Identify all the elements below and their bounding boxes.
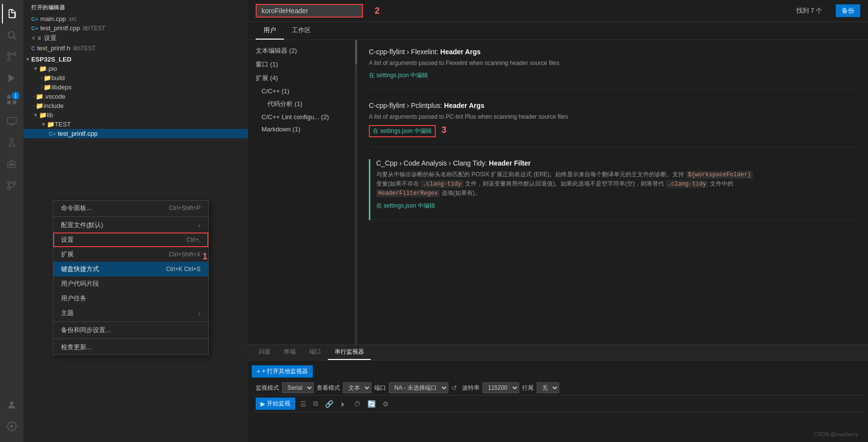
settings-search-input[interactable] <box>256 4 363 18</box>
tab-problems[interactable]: 问题 <box>252 345 277 360</box>
tab-user[interactable]: 用户 <box>256 22 284 40</box>
run-icon[interactable] <box>2 68 21 88</box>
context-menu-backup-sync[interactable]: 备份和同步设置... <box>53 323 208 337</box>
menu-item-label: 备份和同步设置... <box>61 326 111 335</box>
refresh-port-icon[interactable]: ↺ <box>449 383 459 393</box>
open-monitor-button[interactable]: + + 打开其他监视器 <box>252 365 313 378</box>
context-menu-check-updates[interactable]: 检查更新... <box>53 340 208 355</box>
monitor-mode-select[interactable]: Serial <box>282 382 314 393</box>
backup-button[interactable]: 备份 <box>836 4 860 17</box>
editor-main-cpp[interactable]: C+ main.cpp src <box>23 14 248 23</box>
flask-icon[interactable] <box>2 133 21 152</box>
folder-vscode[interactable]: › 📁 .vscode <box>23 92 248 101</box>
folder-build[interactable]: › 📁 build <box>23 73 248 83</box>
clock-icon[interactable]: ⏱ <box>352 399 363 409</box>
search-icon[interactable] <box>2 25 21 45</box>
panel-tabs: 问题 终端 端口 串行监视器 <box>248 345 868 360</box>
context-menu-keybindings[interactable]: 键盘快捷方式 Ctrl+K Ctrl+S <box>53 262 208 276</box>
context-menu-extensions[interactable]: 扩展 Ctrl+Shift+X <box>53 247 208 262</box>
copy-icon[interactable]: ⧉ <box>311 399 320 409</box>
settings-header: 2 找到 7 个 备份 <box>248 0 868 22</box>
tab-workspace[interactable]: 工作区 <box>284 22 319 40</box>
setting-group-clangtidy: C_Cpp › Code Analysis › Clang Tidy: Head… <box>369 159 856 220</box>
scrollbar-track[interactable] <box>355 40 357 344</box>
menu-item-label: 设置 <box>61 235 74 244</box>
folder-name: .pio <box>47 65 57 72</box>
tab-ports[interactable]: 端口 <box>303 345 328 360</box>
view-mode-select[interactable]: 文本 <box>343 382 371 393</box>
play2-icon[interactable]: ⏵ <box>338 399 349 409</box>
tab-serial-monitor[interactable]: 串行监视器 <box>328 345 371 360</box>
robot-icon[interactable] <box>2 154 21 174</box>
sync-icon[interactable]: 🔄 <box>365 399 378 409</box>
link-icon[interactable]: 🔗 <box>323 399 335 409</box>
context-menu-theme[interactable]: 主题 › <box>53 306 208 320</box>
setting-link-clangtidy[interactable]: 在 settings.json 中编辑 <box>376 202 435 209</box>
h-file-icon: C <box>31 45 35 51</box>
expand-arrow-icon: ▼ <box>33 66 38 71</box>
context-menu-command-palette[interactable]: 命令面板... Ctrl+Shift+P <box>53 201 208 215</box>
folder-test[interactable]: ▼ 📁 TEST <box>23 120 248 129</box>
setting-desc: A list of arguments passed to PC-lint Pl… <box>369 112 856 121</box>
tab-terminal[interactable]: 终端 <box>277 345 303 360</box>
folder-include[interactable]: › 📁 include <box>23 101 248 110</box>
remote-explorer-icon[interactable] <box>2 111 21 131</box>
svg-point-0 <box>8 32 15 38</box>
setting-link-flexelint[interactable]: 在 settings.json 中编辑 <box>369 72 428 79</box>
folder-pio[interactable]: ▼ 📁 .pio <box>23 64 248 73</box>
menu-item-label: 配置文件(默认) <box>61 221 103 230</box>
nav-text-editor[interactable]: 文本编辑器 (2) <box>248 44 355 58</box>
code-header-filter: HeaderFilterRegex <box>376 189 440 197</box>
extensions-icon[interactable]: 1 <box>2 90 21 109</box>
folder-lib[interactable]: ▼ 📁 lib <box>23 110 248 120</box>
expand-arrow-icon: › <box>33 94 35 99</box>
git-branch-icon[interactable] <box>2 176 21 195</box>
context-menu-profile[interactable]: 配置文件(默认) › <box>53 218 208 232</box>
setting-link-pclintplus[interactable]: 在 settings.json 中编辑 <box>369 125 436 137</box>
menu-item-label: 主题 <box>61 309 74 317</box>
context-menu-tasks[interactable]: 用户任务 <box>53 291 208 306</box>
editor-test-printf-h[interactable]: C test_printf.h lib\TEST <box>23 43 248 53</box>
list-icon[interactable]: ☰ <box>298 399 308 409</box>
baud-select[interactable]: 115200 <box>483 382 519 393</box>
menu-separator <box>53 216 208 217</box>
open-editors-section: C+ main.cpp src C+ test_printf.cpp lib\T… <box>23 13 248 54</box>
panel: 问题 终端 端口 串行监视器 + + 打开其他监视器 监视模式 Serial 查… <box>248 344 868 442</box>
editor-path: src <box>69 16 77 22</box>
nav-cpp[interactable]: C/C++ (1) <box>248 85 355 97</box>
editor-filename: 设置 <box>44 34 57 42</box>
project-root[interactable]: ▼ ESP32S_LED <box>23 55 248 64</box>
folder-name: build <box>51 74 64 82</box>
file-test-printf-cpp[interactable]: C+ test_printf.cpp <box>23 129 248 138</box>
nav-markdown[interactable]: Markdown (1) <box>248 123 355 135</box>
nav-code-analysis[interactable]: 代码分析 (1) <box>248 97 355 111</box>
start-monitor-button[interactable]: ▶ 开始监视 <box>256 398 295 410</box>
folder-libdeps[interactable]: › 📁 libdeps <box>23 83 248 92</box>
settings-nav: 文本编辑器 (2) 窗口 (1) 扩展 (4) C/C++ (1) 代码分析 (… <box>248 40 355 344</box>
port-select[interactable]: NA - 未选择端口 <box>389 382 448 393</box>
port-label: 端口 <box>374 384 386 392</box>
settings-gear-icon[interactable] <box>2 417 21 436</box>
svg-point-18 <box>8 187 11 190</box>
editor-settings[interactable]: ✕ ≡ 设置 <box>23 33 248 43</box>
panel-controls-row: ▶ 开始监视 ☰ ⧉ 🔗 ⏵ ⏱ 🔄 ⚙ <box>252 396 864 412</box>
context-menu-snippets[interactable]: 用户代码片段 <box>53 276 208 291</box>
folder-name: lib <box>47 111 53 119</box>
baud-select-group: 115200 <box>483 382 519 393</box>
folder-icon: 📁 <box>43 84 51 91</box>
nav-extensions[interactable]: 扩展 (4) <box>248 71 355 85</box>
line-end-label: 行尾 <box>522 384 534 392</box>
gear-small-icon[interactable]: ⚙ <box>381 399 391 409</box>
expand-arrow-icon: ▼ <box>33 112 38 118</box>
nav-lint-config[interactable]: C/C++ Lint configu... (2) <box>248 111 355 123</box>
editor-test-printf-cpp[interactable]: C+ test_printf.cpp lib\TEST <box>23 23 248 33</box>
svg-point-2 <box>8 53 11 56</box>
files-icon[interactable] <box>2 4 21 23</box>
context-menu-settings[interactable]: 设置 Ctrl+, <box>53 232 208 247</box>
close-icon[interactable]: ✕ <box>31 35 36 42</box>
source-control-icon[interactable] <box>2 47 21 66</box>
account-icon[interactable] <box>2 395 21 415</box>
line-end-select[interactable]: 无 <box>537 382 559 393</box>
folder-icon: 📁 <box>39 111 47 119</box>
nav-window[interactable]: 窗口 (1) <box>248 58 355 71</box>
